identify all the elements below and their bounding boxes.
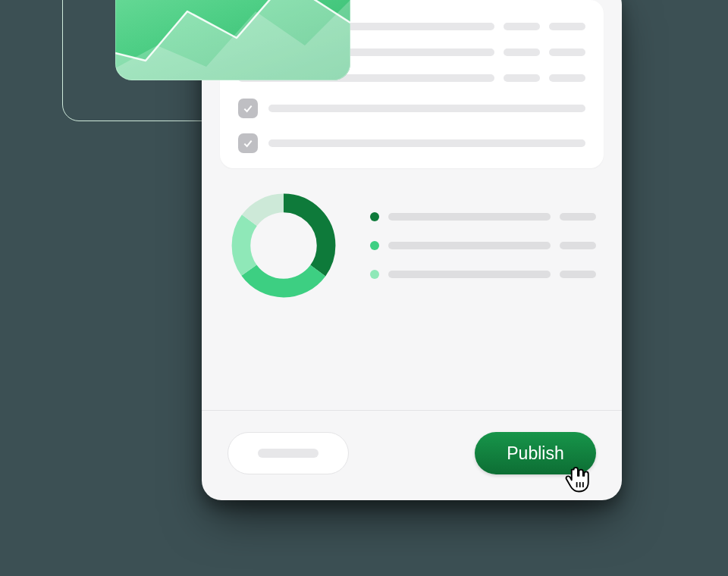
legend-dot-icon — [370, 270, 379, 279]
checkbox-checked[interactable] — [238, 133, 258, 153]
placeholder-pill — [549, 49, 585, 56]
placeholder-line — [388, 213, 551, 221]
placeholder-line — [388, 242, 551, 249]
placeholder-pill — [560, 213, 596, 221]
publish-button[interactable]: Publish — [475, 432, 596, 474]
placeholder-line — [258, 449, 318, 458]
legend-dot-icon — [370, 241, 379, 250]
donut-chart — [228, 189, 340, 302]
placeholder-pill — [549, 23, 585, 30]
publish-button-label: Publish — [507, 443, 563, 464]
stats-section — [220, 168, 604, 323]
line-chart-icon — [115, 0, 350, 80]
cancel-button[interactable] — [228, 432, 349, 474]
legend-item — [370, 212, 596, 221]
chart-legend — [370, 212, 596, 279]
check-icon — [242, 102, 254, 114]
dialog-footer: Publish — [202, 410, 622, 500]
checklist-row — [238, 91, 585, 126]
placeholder-pill — [560, 242, 596, 249]
placeholder-pill — [504, 23, 540, 30]
placeholder-pill — [549, 74, 585, 82]
legend-item — [370, 241, 596, 250]
checkbox-checked[interactable] — [238, 99, 258, 118]
checklist-row — [238, 126, 585, 161]
check-icon — [242, 137, 254, 149]
legend-dot-icon — [370, 212, 379, 221]
legend-item — [370, 270, 596, 279]
placeholder-pill — [504, 74, 540, 82]
placeholder-pill — [560, 271, 596, 278]
chart-preview-card — [115, 0, 350, 80]
placeholder-line — [268, 105, 585, 112]
placeholder-line — [388, 271, 551, 278]
placeholder-line — [268, 139, 585, 147]
placeholder-pill — [504, 49, 540, 56]
